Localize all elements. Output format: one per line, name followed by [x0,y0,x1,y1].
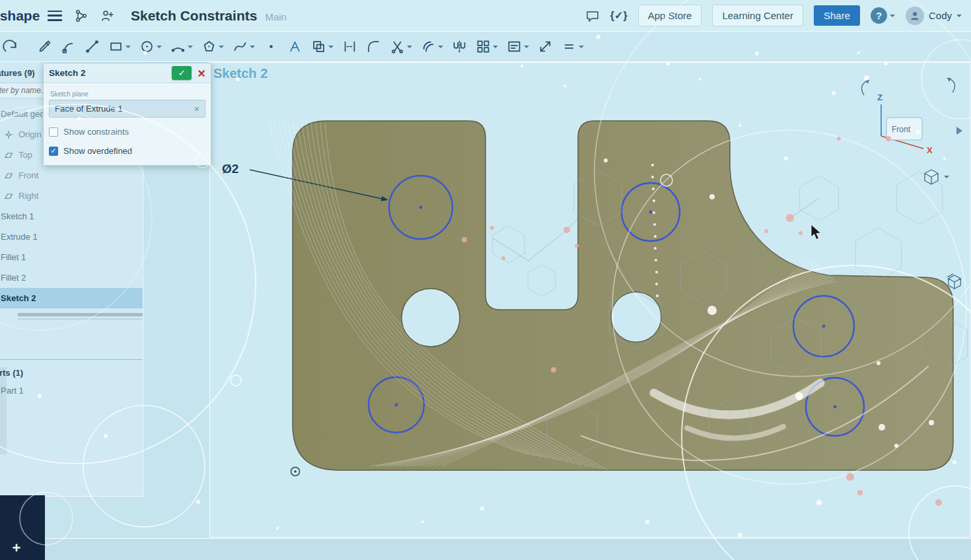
sketch-toolbar [0,32,971,62]
text-tool-button[interactable] [287,39,303,54]
dimension-icon [342,39,357,54]
chevron-down-icon [890,15,895,20]
dimension-tool-button[interactable] [342,39,357,54]
constraints-tool-button[interactable] [561,39,584,54]
user-name: Cody [929,10,952,21]
option-show-overdefined[interactable]: ✓Show overdefined [49,146,205,156]
onshape-logo[interactable]: onshape [0,0,40,32]
version-tree-icon[interactable] [74,9,89,23]
section-view-button[interactable] [946,273,963,293]
sketch-plane-field[interactable]: Face of Extrude 1 × [49,100,205,118]
rectangle-tool-button[interactable] [108,39,131,54]
option-show-constraints[interactable]: Show constraints [49,127,205,137]
feature-item-label: Fillet 1 [1,252,26,262]
chevron-down-icon [944,176,949,181]
plane-icon [4,171,13,180]
app-store-button[interactable]: App Store [638,5,702,26]
line-tool-button[interactable] [85,39,100,54]
dialog-title: Sketch 2 [49,68,172,78]
chevron-down-icon [524,46,529,51]
share-button[interactable]: Share [814,5,860,26]
pattern-tool-button[interactable] [476,39,498,54]
parts-header: Parts (1) [0,360,143,380]
circle-tool-button[interactable] [139,39,162,54]
help-icon: ? [871,7,887,24]
sketch-fillet-tool-button[interactable] [61,39,76,54]
comments-icon[interactable] [585,9,600,23]
help-button[interactable]: ? [871,7,895,24]
chevron-down-icon [956,15,962,20]
sketch-icon [37,39,52,54]
checked-checkbox-icon[interactable]: ✓ [49,147,58,156]
sketch-plane-label: Sketch plane [50,90,205,98]
feature-item-label: Fillet 2 [1,273,26,283]
document-tab-bar: Part Studio 1Assembly 1 [0,538,971,560]
view-orientation-label: Front [892,125,911,134]
offset-icon [421,39,436,54]
origin-icon [4,130,13,139]
redo-icon [3,39,18,54]
view-cube-button[interactable] [922,168,949,186]
active-sketch-label: Sketch 2 [213,66,268,81]
feature-item-sketch-1[interactable]: Sketch 1 [0,206,143,227]
avatar-icon [906,7,924,25]
feature-item-label: Sketch 2 [1,293,36,303]
unchecked-checkbox-icon[interactable] [49,127,58,137]
point-tool-button[interactable] [264,39,279,54]
text-icon [287,39,303,54]
feature-item-label: Right [18,191,38,201]
import-dxf-icon [507,39,522,54]
sketch-tool-button[interactable] [37,39,52,54]
rollback-bar[interactable] [18,313,143,320]
circle-icon [139,39,155,54]
mirror-tool-button[interactable] [452,39,467,54]
add-tab-button[interactable]: + [9,540,24,556]
workspace-label[interactable]: Main [265,9,287,22]
confirm-button[interactable]: ✓ [172,66,192,80]
z-axis-label: Z [877,92,882,102]
offset-tool-button[interactable] [421,39,443,54]
feature-item-label: Front [18,170,38,180]
chevron-down-icon [157,46,162,51]
view-triad[interactable]: Z X Front [852,74,968,163]
fillet-tool-button[interactable] [366,39,381,54]
spline-tool-button[interactable] [233,39,255,54]
sketch-plane-value: Face of Extrude 1 [55,104,194,114]
learning-center-button[interactable]: Learning Center [712,5,803,26]
slot-icon [311,39,326,54]
slot-tool-button[interactable] [311,39,334,54]
point-icon [264,39,279,54]
feature-item-extrude-1[interactable]: Extrude 1 [0,227,143,247]
feature-item-fillet-2[interactable]: Fillet 2 [0,267,143,288]
feature-item-front[interactable]: Front [0,165,143,186]
feature-item-label: Sketch 1 [1,211,34,221]
hamburger-menu-icon[interactable] [48,11,62,21]
measure-tool-button[interactable] [538,39,553,54]
user-menu[interactable]: Cody [906,7,962,25]
triad-next-view-icon[interactable] [956,127,962,135]
arc-icon [170,39,186,54]
arc-tool-button[interactable] [170,39,193,54]
chevron-down-icon [407,46,412,51]
trim-tool-button[interactable] [390,39,412,54]
follow-mode-icon[interactable] [100,9,115,23]
feature-item-label: Origin [18,129,42,139]
redo-tool-button[interactable] [3,39,18,54]
line-icon [85,39,100,54]
polygon-tool-button[interactable] [201,39,224,54]
feature-item-part-1[interactable]: Part 1 [0,380,143,401]
cube-icon [922,168,941,186]
feature-item-fillet-1[interactable]: Fillet 1 [0,247,143,267]
feature-item-right[interactable]: Right [0,186,143,206]
spline-icon [233,39,248,54]
sketch-dialog: Sketch 2 ✓ × Sketch plane Face of Extrud… [43,63,211,166]
option-label: Show constraints [63,127,129,137]
chevron-down-icon [579,46,584,51]
clear-selection-icon[interactable]: × [194,104,199,114]
document-title: Sketch Constraints [131,8,257,24]
cancel-button[interactable]: × [198,67,205,79]
import-dxf-tool-button[interactable] [507,39,529,54]
section-cube-icon [946,273,963,291]
feature-item-sketch-2[interactable]: Sketch 2 [0,288,143,308]
featurescript-icon[interactable]: {✓} [610,9,628,22]
